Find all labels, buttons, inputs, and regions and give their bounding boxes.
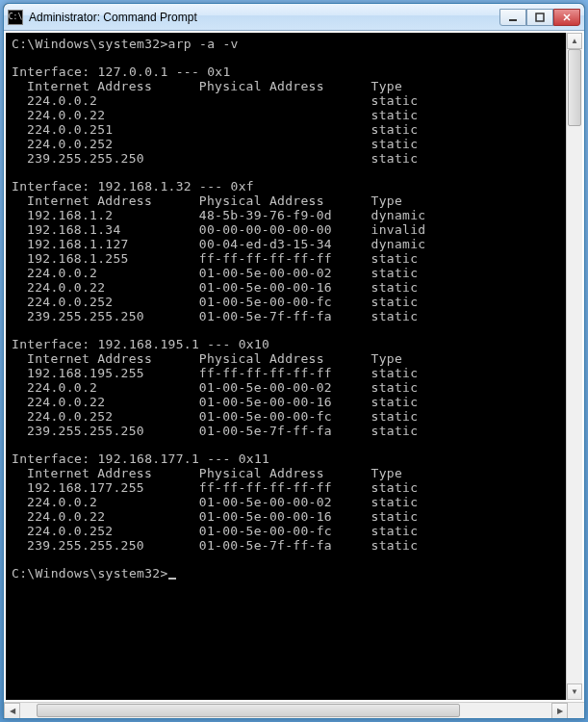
maximize-icon <box>535 13 545 22</box>
interface-header: Interface: 127.0.0.1 --- 0x1 <box>12 64 560 79</box>
arp-entry: 224.0.0.2 01-00-5e-00-00-02 static <box>12 495 560 509</box>
scroll-thumb-vertical[interactable] <box>568 49 581 126</box>
arp-entry: 239.255.255.250 01-00-5e-7f-ff-fa static <box>12 424 560 438</box>
interface-block: Interface: 192.168.195.1 --- 0x10Interne… <box>12 337 560 438</box>
terminal-output[interactable]: C:\Windows\system32>arp -a -vInterface: … <box>6 33 566 700</box>
table-header: Internet Address Physical Address Type <box>12 79 560 93</box>
arp-entry: 224.0.0.252 01-00-5e-00-00-fc static <box>12 409 560 424</box>
arp-entry: 224.0.0.252 static <box>12 137 560 151</box>
scroll-corner <box>568 703 584 718</box>
scroll-right-button[interactable]: ▶ <box>551 703 568 719</box>
titlebar[interactable]: C:\ Administrator: Command Prompt <box>4 4 584 31</box>
app-icon: C:\ <box>8 10 23 25</box>
command-prompt-window: C:\ Administrator: Command Prompt C:\Win… <box>3 3 585 719</box>
arp-entry: 192.168.1.34 00-00-00-00-00-00 invalid <box>12 222 560 237</box>
scroll-up-button[interactable]: ▲ <box>567 33 582 49</box>
maximize-button[interactable] <box>526 9 553 26</box>
arp-entry: 192.168.1.255 ff-ff-ff-ff-ff-ff static <box>12 251 560 266</box>
minimize-icon <box>508 13 518 22</box>
interface-block: Interface: 192.168.1.32 --- 0xfInternet … <box>12 179 560 323</box>
arp-entry: 239.255.255.250 01-00-5e-7f-ff-fa static <box>12 309 560 323</box>
interface-block: Interface: 192.168.177.1 --- 0x11Interne… <box>12 451 560 553</box>
minimize-button[interactable] <box>499 9 526 26</box>
arp-entry: 239.255.255.250 static <box>12 151 560 166</box>
interface-header: Interface: 192.168.195.1 --- 0x10 <box>12 337 560 351</box>
table-header: Internet Address Physical Address Type <box>12 193 560 208</box>
scroll-left-button[interactable]: ◀ <box>4 703 20 719</box>
arp-entry: 224.0.0.2 01-00-5e-00-00-02 static <box>12 266 560 280</box>
command-line: C:\Windows\system32>arp -a -v <box>12 37 560 51</box>
terminal-container: C:\Windows\system32>arp -a -vInterface: … <box>4 31 584 702</box>
prompt-ready: C:\Windows\system32> <box>12 566 560 580</box>
arp-entry: 224.0.0.22 01-00-5e-00-00-16 static <box>12 395 560 409</box>
scroll-thumb-horizontal[interactable] <box>37 704 460 717</box>
interface-header: Interface: 192.168.177.1 --- 0x11 <box>12 451 560 466</box>
svg-rect-0 <box>509 19 517 21</box>
arp-entry: 224.0.0.2 01-00-5e-00-00-02 static <box>12 380 560 395</box>
scrollbar-vertical[interactable]: ▲ ▼ <box>566 33 582 700</box>
arp-entry: 224.0.0.22 static <box>12 108 560 122</box>
close-icon <box>562 13 572 22</box>
interface-header: Interface: 192.168.1.32 --- 0xf <box>12 179 560 193</box>
arp-entry: 224.0.0.22 01-00-5e-00-00-16 static <box>12 280 560 295</box>
scroll-track-horizontal[interactable] <box>20 703 551 718</box>
arp-entry: 224.0.0.22 01-00-5e-00-00-16 static <box>12 509 560 524</box>
arp-entry: 192.168.1.127 00-04-ed-d3-15-34 dynamic <box>12 237 560 251</box>
scrollbar-horizontal[interactable]: ◀ ▶ <box>4 702 584 718</box>
close-button[interactable] <box>553 9 580 26</box>
arp-entry: 224.0.0.251 static <box>12 122 560 137</box>
svg-rect-1 <box>536 13 544 21</box>
interface-block: Interface: 127.0.0.1 --- 0x1Internet Add… <box>12 64 560 166</box>
window-title: Administrator: Command Prompt <box>29 11 499 24</box>
arp-entry: 192.168.1.2 48-5b-39-76-f9-0d dynamic <box>12 208 560 222</box>
arp-entry: 192.168.195.255 ff-ff-ff-ff-ff-ff static <box>12 366 560 380</box>
table-header: Internet Address Physical Address Type <box>12 466 560 480</box>
arp-entry: 192.168.177.255 ff-ff-ff-ff-ff-ff static <box>12 480 560 495</box>
window-controls <box>499 9 580 26</box>
arp-entry: 224.0.0.252 01-00-5e-00-00-fc static <box>12 524 560 538</box>
table-header: Internet Address Physical Address Type <box>12 351 560 366</box>
cursor <box>168 578 176 580</box>
arp-entry: 224.0.0.252 01-00-5e-00-00-fc static <box>12 295 560 309</box>
arp-entry: 224.0.0.2 static <box>12 93 560 108</box>
scroll-down-button[interactable]: ▼ <box>567 683 582 700</box>
arp-entry: 239.255.255.250 01-00-5e-7f-ff-fa static <box>12 538 560 553</box>
